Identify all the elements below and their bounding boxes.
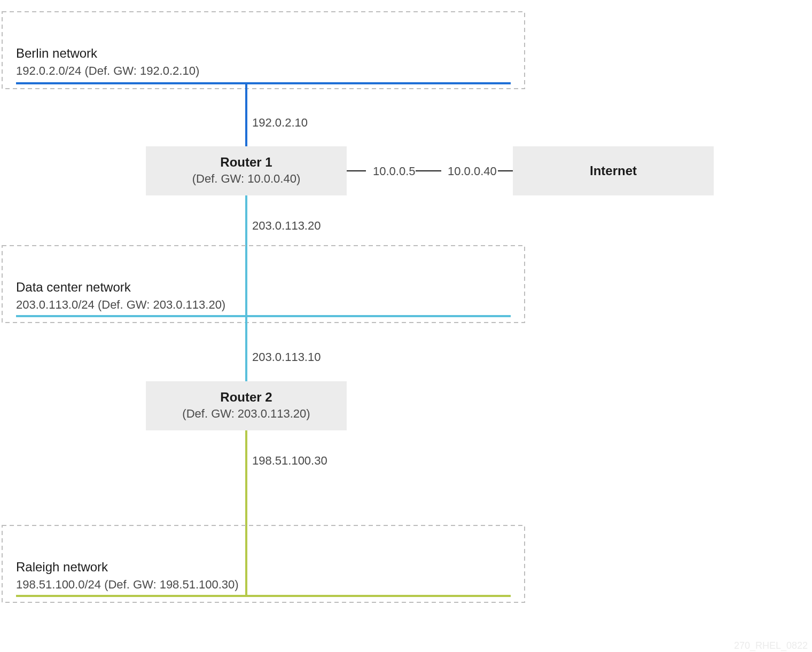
ip-berlin-r1: 192.0.2.10	[252, 116, 308, 129]
ip-r1-down: 203.0.113.20	[252, 219, 321, 232]
router2-box	[146, 381, 347, 430]
internet-title: Internet	[590, 163, 637, 178]
raleigh-title: Raleigh network	[16, 560, 108, 574]
ip-internet-left: 10.0.0.40	[448, 164, 497, 178]
dc-subnet: 203.0.113.0/24 (Def. GW: 203.0.113.20)	[16, 298, 225, 311]
router1-sub: (Def. GW: 10.0.0.40)	[192, 172, 301, 185]
router1-box	[146, 146, 347, 195]
router1-title: Router 1	[220, 155, 272, 169]
router2-title: Router 2	[220, 390, 272, 404]
berlin-subnet: 192.0.2.0/24 (Def. GW: 192.0.2.10)	[16, 64, 199, 77]
ip-r2-up: 203.0.113.10	[252, 350, 321, 364]
dc-title: Data center network	[16, 280, 131, 294]
network-diagram: Berlin network 192.0.2.0/24 (Def. GW: 19…	[0, 0, 812, 652]
ip-r1-right: 10.0.0.5	[373, 164, 416, 178]
berlin-title: Berlin network	[16, 46, 98, 60]
ip-r2-down: 198.51.100.30	[252, 454, 327, 467]
watermark: 270_RHEL_0822	[734, 640, 808, 651]
router2-sub: (Def. GW: 203.0.113.20)	[182, 407, 310, 420]
raleigh-subnet: 198.51.100.0/24 (Def. GW: 198.51.100.30)	[16, 578, 239, 591]
